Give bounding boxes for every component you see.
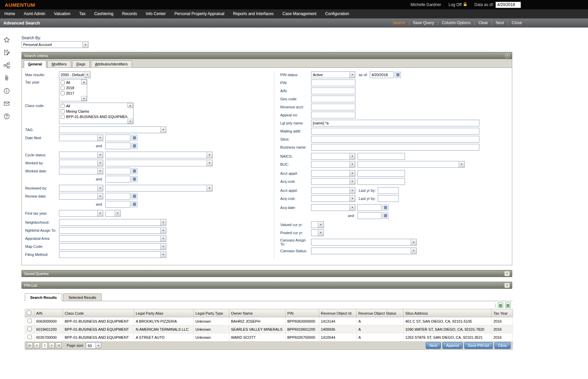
favorites-star-icon[interactable] xyxy=(3,36,10,44)
situs-input[interactable] xyxy=(311,136,479,143)
class-code-option-mining-claims[interactable]: Mining Claims xyxy=(61,109,127,113)
revenue-acct-input[interactable] xyxy=(311,104,355,110)
worked-date-to-input[interactable] xyxy=(105,176,130,182)
tab-general[interactable]: General xyxy=(24,60,46,68)
calendar-icon[interactable]: ▦ xyxy=(383,213,389,219)
col-class-code[interactable]: Class Code xyxy=(63,309,134,317)
calendar-icon[interactable]: ▦ xyxy=(131,143,137,149)
expand-chevron-icon[interactable]: ∨ xyxy=(505,271,510,276)
acq-date-operator-select[interactable]: ▼ xyxy=(311,204,355,211)
dropdown-arrow-icon[interactable]: ▼ xyxy=(349,196,355,202)
valued-cur-yr-select[interactable]: ▼ xyxy=(311,221,324,228)
listbox-scrollbar[interactable]: ▲ ▼ xyxy=(127,103,133,124)
table-row[interactable]: 6019601200 BPP-01-BUSINESS AND EQUIPMENT… xyxy=(25,325,513,333)
dropdown-arrow-icon[interactable]: ▼ xyxy=(97,135,103,141)
lgl-prty-name-input[interactable] xyxy=(311,120,479,126)
help-icon[interactable] xyxy=(3,113,10,120)
max-results-select[interactable]: 2000 - Default ▼ xyxy=(59,71,91,78)
canvass-status-select[interactable]: ▼ xyxy=(311,248,417,254)
checkbox[interactable] xyxy=(61,109,65,113)
export-all-excel-icon[interactable]: ▦ xyxy=(505,303,511,308)
tab-search-results[interactable]: Search Results xyxy=(25,293,62,301)
appeal-no-input[interactable] xyxy=(311,112,355,118)
nav-item-records[interactable]: Records xyxy=(118,9,141,18)
table-row[interactable]: 6026700000 BPP-01-BUSINESS AND EQUIPMENT… xyxy=(25,333,513,341)
dropdown-arrow-icon[interactable]: ▼ xyxy=(411,239,416,245)
dropdown-arrow-icon[interactable]: ▼ xyxy=(349,178,355,184)
tax-year-option-2018[interactable]: 2018 xyxy=(61,86,80,90)
map-code-select[interactable]: ▼ xyxy=(59,243,166,250)
dropdown-arrow-icon[interactable]: ▼ xyxy=(95,343,101,348)
business-name-input[interactable] xyxy=(311,144,479,151)
row-select-checkbox[interactable] xyxy=(27,335,32,339)
clear-results-button[interactable]: Clear xyxy=(494,342,511,349)
scroll-down-icon[interactable]: ▼ xyxy=(127,119,133,124)
date-filed-to-input[interactable] xyxy=(105,143,130,149)
acq-date-from-input[interactable] xyxy=(357,204,381,211)
next-page-button[interactable]: > xyxy=(49,342,55,348)
select-all-checkbox[interactable] xyxy=(27,311,31,315)
search-criteria-header[interactable]: Search criteria ∧ xyxy=(21,52,512,59)
date-filed-from-input[interactable] xyxy=(105,134,130,141)
dropdown-arrow-icon[interactable]: ▼ xyxy=(160,243,166,250)
tax-year-option-all[interactable]: All xyxy=(61,80,80,85)
class-code-option-all[interactable]: All xyxy=(61,104,127,108)
filing-method-select[interactable]: ▼ xyxy=(59,251,166,258)
next-button[interactable]: Next xyxy=(492,21,508,25)
dropdown-arrow-icon[interactable]: ▼ xyxy=(82,42,88,48)
reviewed-by-operator-select[interactable]: ▼ xyxy=(59,185,103,192)
dropdown-arrow-icon[interactable]: ▼ xyxy=(349,205,355,211)
nav-item-case-management[interactable]: Case Management xyxy=(278,9,320,18)
acq-cost-operator-select[interactable]: ▼ xyxy=(311,178,355,185)
acct-appd-lastyr-input[interactable] xyxy=(378,187,399,194)
class-code-option-bpp-01[interactable]: BPP-01-BUSINESS AND EQUIPMENT xyxy=(61,115,127,119)
acct-appd-operator-select[interactable]: ▼ xyxy=(311,170,355,177)
dropdown-arrow-icon[interactable]: ▼ xyxy=(349,170,355,176)
data-as-of-input[interactable] xyxy=(495,2,521,8)
search-by-select[interactable]: Personal Account ▼ xyxy=(21,41,89,48)
checkbox[interactable] xyxy=(61,86,65,90)
dropdown-arrow-icon[interactable]: ▼ xyxy=(160,252,166,258)
col-situs-address[interactable]: Situs Address xyxy=(404,309,492,317)
page-size-select[interactable]: 50 ▼ xyxy=(86,342,101,348)
dropdown-arrow-icon[interactable]: ▼ xyxy=(349,187,355,194)
dropdown-arrow-icon[interactable]: ▼ xyxy=(84,72,90,78)
search-button[interactable]: Search xyxy=(389,21,409,25)
scroll-up-icon[interactable]: ▲ xyxy=(81,79,87,85)
append-button[interactable]: Append xyxy=(443,342,463,349)
collapse-chevron-icon[interactable]: ∧ xyxy=(505,53,510,58)
col-tax-year[interactable]: Tax Year xyxy=(492,309,513,317)
dropdown-arrow-icon[interactable]: ▼ xyxy=(318,222,324,228)
worked-date-operator-select[interactable]: ▼ xyxy=(59,168,103,174)
nav-item-cashiering[interactable]: Cashiering xyxy=(90,9,118,18)
dropdown-arrow-icon[interactable]: ▼ xyxy=(160,227,166,233)
dropdown-arrow-icon[interactable]: ▼ xyxy=(349,153,355,159)
checkbox[interactable] xyxy=(61,91,65,95)
appraisal-area-select[interactable]: ▼ xyxy=(59,235,166,242)
dropdown-arrow-icon[interactable]: ▼ xyxy=(160,127,166,133)
mail-icon[interactable] xyxy=(3,100,10,107)
buc-select[interactable]: ▼ xyxy=(357,161,465,168)
nav-item-info-center[interactable]: Info Center xyxy=(141,9,170,18)
nav-item-tax[interactable]: Tax xyxy=(75,9,90,18)
worked-date-from-input[interactable] xyxy=(105,168,130,174)
naics-input[interactable] xyxy=(357,153,405,160)
mailing-addr-input[interactable] xyxy=(311,128,479,134)
log-off-button[interactable]: Log Off xyxy=(449,2,467,7)
class-code-listbox[interactable]: All Mining Claims BPP-01-BUSINESS AND EQ… xyxy=(59,103,133,124)
review-date-to-input[interactable] xyxy=(105,201,130,208)
geo-code-input[interactable] xyxy=(311,96,355,102)
worked-by-select[interactable]: ▼ xyxy=(105,160,213,166)
first-page-button[interactable]: |< xyxy=(27,342,33,348)
checkbox[interactable] xyxy=(61,115,65,119)
calendar-icon[interactable]: ▦ xyxy=(131,135,137,141)
scroll-down-icon[interactable]: ▼ xyxy=(81,96,87,101)
col-pin[interactable]: PIN xyxy=(286,309,319,317)
buc-operator-select[interactable]: ▼ xyxy=(311,161,355,168)
close-button[interactable]: Close xyxy=(508,21,526,25)
dropdown-arrow-icon[interactable]: ▼ xyxy=(97,160,103,166)
save-query-button[interactable]: Save Query xyxy=(409,21,438,25)
col-ain[interactable]: AIN xyxy=(35,309,63,317)
ain-input[interactable] xyxy=(311,88,355,94)
row-select-checkbox[interactable] xyxy=(27,319,32,323)
